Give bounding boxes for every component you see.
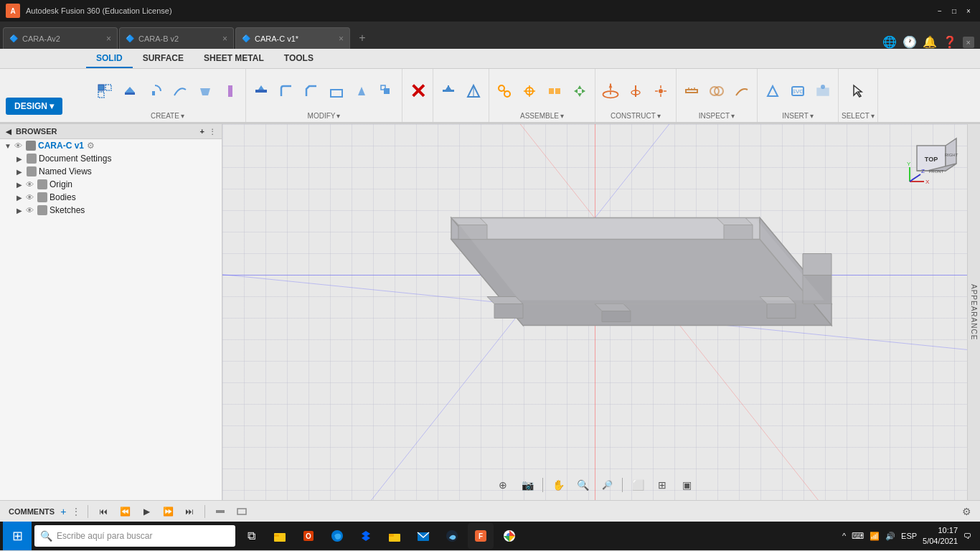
new-component-button[interactable] (93, 79, 117, 103)
tray-network-icon[interactable]: 📶 (870, 532, 880, 541)
fillet-button[interactable] (274, 79, 298, 103)
bodies-expand-icon[interactable]: ▶ (14, 194, 24, 202)
select-mode-button[interactable] (846, 79, 870, 103)
timeline-end-button[interactable]: ⏭ (182, 504, 197, 519)
joint-button[interactable] (492, 79, 517, 103)
taskbar-file-explorer[interactable] (267, 523, 293, 549)
joint-origin-button[interactable] (517, 79, 542, 103)
taskbar-task-view[interactable]: ⧉ (238, 523, 264, 549)
taskbar-search[interactable]: 🔍 Escribe aquí para buscar (34, 525, 235, 547)
tab-close-cara-av2[interactable]: × (106, 34, 111, 44)
doc-settings-expand-icon[interactable]: ▶ (14, 155, 24, 163)
extrude-button[interactable] (118, 72, 142, 110)
taskbar-mail[interactable] (410, 523, 436, 549)
tab-add-button[interactable]: + (352, 27, 373, 49)
mode-tab-surface[interactable]: SURFACE (133, 49, 194, 68)
notification-center-icon[interactable]: 🗨 (963, 532, 971, 540)
help-icon[interactable]: ❓ (943, 35, 957, 49)
rib-button[interactable] (218, 79, 242, 103)
scale-button[interactable] (374, 79, 399, 103)
tray-keyboard-icon[interactable]: ⌨ (852, 531, 864, 541)
tray-volume-icon[interactable]: 🔊 (885, 532, 895, 541)
vp-pan-button[interactable]: ✋ (549, 476, 567, 494)
decal-button[interactable] (811, 79, 835, 103)
timeline-keyframe2-button[interactable] (234, 504, 250, 519)
vp-camera-button[interactable]: 📷 (518, 476, 537, 494)
modify-label[interactable]: MODIFY ▾ (308, 112, 341, 122)
construct-plane-button[interactable] (598, 72, 623, 110)
root-visibility-icon[interactable]: 👁 (14, 141, 22, 150)
insert-label[interactable]: INSERT ▾ (782, 112, 814, 122)
timeline-prev-button[interactable]: ⏪ (117, 504, 133, 519)
rigid-group-button[interactable] (542, 79, 567, 103)
loft-button[interactable] (193, 79, 217, 103)
timeline-play-button[interactable]: ▶ (138, 504, 154, 519)
browser-item-origin[interactable]: ▶ 👁 Origin (0, 178, 222, 191)
tab-cara-bv2[interactable]: 🔷 CARA-B v2 × (119, 27, 234, 49)
mode-tab-tools[interactable]: TOOLS (274, 49, 324, 68)
appearance-bar[interactable]: APPEARANCE (967, 124, 980, 500)
minimize-button[interactable]: − (934, 5, 946, 17)
assemble-label[interactable]: ASSEMBLE ▾ (520, 112, 564, 122)
chamfer-button[interactable] (299, 79, 324, 103)
window-controls[interactable]: − □ × (934, 5, 974, 17)
mode-tab-sheet-metal[interactable]: SHEET METAL (194, 49, 274, 68)
measure-button[interactable] (679, 79, 704, 103)
insert-svg-button[interactable]: SVG (786, 79, 810, 103)
root-settings-icon[interactable]: ⚙ (87, 141, 95, 151)
draft-button[interactable] (349, 79, 374, 103)
construct-axis-button[interactable] (623, 79, 648, 103)
vp-zoom-out-button[interactable]: 🔎 (598, 476, 616, 494)
browser-item-sketches[interactable]: ▶ 👁 Sketches (0, 204, 222, 217)
sketches-expand-icon[interactable]: ▶ (14, 207, 24, 215)
browser-collapse-icon[interactable]: ◀ (6, 128, 11, 136)
vp-viewport-settings[interactable]: ▣ (677, 476, 696, 494)
origin-expand-icon[interactable]: ▶ (14, 181, 24, 189)
close-button[interactable]: × (963, 5, 974, 17)
tab-cara-cv1[interactable]: 🔷 CARA-C v1* × (235, 27, 350, 49)
browser-item-bodies[interactable]: ▶ 👁 Bodies (0, 191, 222, 204)
timeline-keyframe1-button[interactable] (212, 504, 228, 519)
vp-move-tool[interactable]: ⊕ (494, 476, 512, 494)
tab-info-icon[interactable]: 🌐 (882, 35, 897, 49)
root-expand-icon[interactable]: ▼ (3, 142, 13, 150)
tab-history-icon[interactable]: 🕐 (903, 35, 917, 49)
mode-tab-solid[interactable]: SOLID (86, 49, 133, 68)
bodies-visibility-icon[interactable]: 👁 (26, 193, 34, 202)
named-views-expand-icon[interactable]: ▶ (14, 168, 24, 176)
maximize-button[interactable]: □ (948, 5, 960, 17)
timeline-start-button[interactable]: ⏮ (95, 504, 111, 519)
vp-grid-settings[interactable]: ⊞ (653, 476, 672, 494)
tray-expand-icon[interactable]: ^ (842, 532, 846, 540)
create-form-button[interactable] (436, 79, 461, 103)
inspect-label[interactable]: INSPECT ▾ (699, 112, 735, 122)
view-cube[interactable]: TOP RIGHT FRONT X Y Z (903, 131, 960, 189)
user-initials[interactable]: × (963, 37, 974, 48)
shell-button[interactable] (324, 79, 349, 103)
design-mode-button[interactable]: DESIGN ▾ (6, 98, 62, 115)
taskbar-ms-office[interactable]: O (296, 523, 321, 549)
browser-item-named-views[interactable]: ▶ Named Views (0, 165, 222, 178)
comments-add-icon[interactable]: + (60, 506, 66, 517)
browser-add-icon[interactable]: + (200, 127, 204, 136)
comments-collapse-icon[interactable]: ⋮ (72, 507, 80, 517)
start-button[interactable]: ⊞ (3, 522, 32, 550)
construct-point-button[interactable] (649, 79, 673, 103)
vp-display-settings[interactable]: ⬜ (628, 476, 647, 494)
notifications-icon[interactable]: 🔔 (923, 35, 937, 49)
vp-zoom-in-button[interactable]: 🔍 (573, 476, 592, 494)
create-label[interactable]: CREATE ▾ (151, 112, 184, 122)
timeline-next-button[interactable]: ⏩ (160, 504, 176, 519)
revolve-button[interactable] (143, 79, 167, 103)
interference-button[interactable] (705, 79, 729, 103)
taskbar-steam[interactable] (439, 523, 465, 549)
tab-close-cara-cv1[interactable]: × (339, 34, 344, 44)
sweep-button[interactable] (168, 79, 192, 103)
tab-cara-av2[interactable]: 🔷 CARA-Av2 × (3, 27, 118, 49)
sketches-visibility-icon[interactable]: 👁 (26, 206, 34, 215)
press-pull-button[interactable] (249, 79, 273, 103)
select-label[interactable]: SELECT ▾ (842, 112, 875, 122)
delete-button[interactable]: ✕ (405, 72, 430, 110)
taskbar-fusion360[interactable]: F (468, 523, 494, 549)
tab-close-cara-bv2[interactable]: × (222, 34, 227, 44)
